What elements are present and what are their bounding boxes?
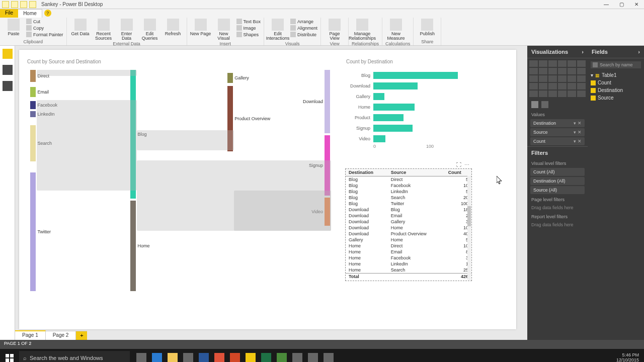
paste-button[interactable]: Paste [3,19,24,36]
page-tab-2[interactable]: Page 2 [46,331,76,340]
sankey-node[interactable]: Home [130,201,136,291]
vis-type-icon[interactable] [529,68,538,74]
bar-row[interactable]: Download [345,80,466,91]
table-row[interactable]: BlogSearch20 [346,195,471,201]
app3-icon[interactable] [305,350,320,362]
cut-button[interactable]: Cut [26,19,63,24]
close-button[interactable]: ✕ [629,0,644,9]
alignment-button[interactable]: Alignment [290,25,317,31]
format-painter-button[interactable]: Format Painter [26,32,63,37]
word-icon[interactable] [196,350,211,362]
filter-card[interactable]: Destination (All) [530,177,585,185]
copy-button[interactable]: Copy [26,25,63,31]
vis-type-icon[interactable] [568,90,576,97]
field-well[interactable]: Count▾ ✕ [530,137,585,145]
taskbar-search[interactable]: ⌕Search the web and Windows [19,351,130,362]
table-row[interactable]: HomeLinkedIn1 [346,261,471,267]
new-page-button[interactable]: New Page [190,19,211,36]
vis-type-icon[interactable] [558,60,567,67]
bar-row[interactable]: Video [345,133,466,144]
fields-panel-header[interactable]: Fields› [588,46,644,58]
table-row[interactable]: BlogFacebook10 [346,183,471,189]
page-filters-drop[interactable]: Drag data fields here [527,203,588,212]
refresh-button[interactable]: Refresh [163,19,184,36]
sankey-node[interactable]: Download [325,70,330,133]
more-icon[interactable]: ⋯ [464,162,469,167]
edit-queries-button[interactable]: Edit Queries [139,19,160,41]
fields-tab-icon[interactable] [531,101,538,108]
vis-type-icon[interactable] [529,60,538,67]
app4-icon[interactable] [321,350,336,362]
focus-icon[interactable]: ⛶ [456,162,461,167]
app-icon[interactable] [274,350,289,362]
table-visual[interactable]: ⛶ ⋯ DestinationSourceCount BlogDirect5Bl… [345,168,472,281]
powerpoint-icon[interactable] [227,350,243,362]
vis-type-icon[interactable] [539,60,547,67]
sankey-node[interactable]: LinkedIn [30,111,36,117]
report-canvas[interactable]: Count by Source and Destination Count by… [19,50,516,329]
qat-undo[interactable] [11,1,18,8]
filter-card[interactable]: Count (All) [530,168,585,176]
vis-type-icon[interactable] [548,75,557,82]
table-row[interactable]: DownloadEmail2 [346,213,471,219]
table-row[interactable]: DownloadProduct Overview40 [346,231,471,237]
bar-row[interactable]: Blog [345,70,466,80]
text-box-button[interactable]: Text Box [236,19,261,24]
model-view-button[interactable] [3,81,13,91]
field-item[interactable]: Count [588,79,644,86]
sankey-node[interactable]: Gallery [227,73,233,83]
qat-redo[interactable] [20,1,27,8]
sankey-node[interactable]: Facebook [30,101,36,109]
vis-type-icon[interactable] [577,68,586,74]
sankey-node[interactable]: Twitter [30,172,36,291]
enter-data-button[interactable]: Enter Data [116,19,137,41]
vis-panel-header[interactable]: Visualizations› [527,46,588,58]
vis-type-icon[interactable] [548,60,557,67]
vis-type-icon[interactable] [577,83,586,89]
bar-chart-visual[interactable]: BlogDownloadGalleryHomeProductSignupVide… [345,70,466,165]
app2-icon[interactable] [290,350,305,362]
edge-icon[interactable] [149,350,165,362]
table-row[interactable]: HomeSearch25 [346,267,471,274]
report-filters-drop[interactable]: Drag data fields here [527,220,588,229]
sankey-visual[interactable]: DirectEmailFacebookLinkedInSearchTwitter… [24,70,337,321]
field-item[interactable]: Source [588,94,644,102]
table-header[interactable]: Destination [346,169,388,176]
filter-card[interactable]: Source (All) [530,186,585,194]
vis-type-icon[interactable] [548,68,557,74]
get-data-button[interactable]: Get Data [70,19,91,36]
excel-icon[interactable] [259,350,274,362]
checkbox-icon[interactable] [591,96,596,101]
new-visual-button[interactable]: New Visual [213,19,234,41]
chrome-icon[interactable] [212,350,227,362]
new-measure-button[interactable]: New Measure [385,19,407,41]
vis-type-icon[interactable] [577,75,586,82]
format-tab-icon[interactable] [541,101,548,108]
manage-relationships-button[interactable]: Manage Relationships [352,19,373,41]
sankey-node[interactable]: Email [30,87,36,97]
vis-type-icon[interactable] [577,60,586,67]
publish-button[interactable]: Publish [417,19,438,36]
bar-row[interactable]: Product [345,112,466,123]
table-row[interactable]: HomeEmail8 [346,249,471,255]
arrange-button[interactable]: Arrange [290,19,317,24]
explorer-icon[interactable] [165,350,180,362]
system-tray[interactable]: 5:46 PM 12/10/2015 [616,353,643,362]
help-icon[interactable]: ? [44,10,51,17]
table-header[interactable]: Source [388,169,445,176]
data-view-button[interactable] [3,65,13,75]
table-node[interactable]: ▾▦Table1 [588,71,644,79]
table-row[interactable]: DownloadBlog18 [346,207,471,213]
qat-more[interactable] [29,1,36,8]
vis-type-icon[interactable] [558,75,567,82]
shapes-button[interactable]: Shapes [236,32,261,37]
report-view-button[interactable] [3,49,13,59]
filters-header[interactable]: Filters [527,146,588,159]
scrollbar-thumb[interactable] [467,206,471,226]
field-item[interactable]: Destination [588,86,644,94]
vis-type-icon[interactable] [548,83,557,89]
maximize-button[interactable]: ▢ [614,0,629,9]
start-button[interactable] [1,350,18,362]
add-page-button[interactable]: + [76,331,87,340]
vis-type-icon[interactable] [548,90,557,97]
